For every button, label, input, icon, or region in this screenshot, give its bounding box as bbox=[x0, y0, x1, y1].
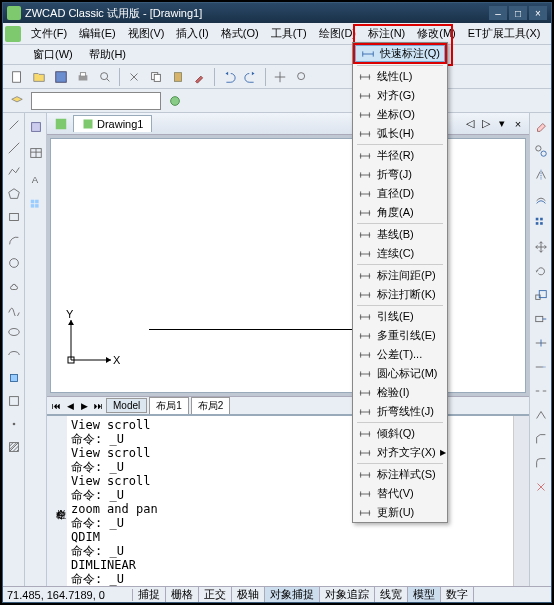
fillet-icon[interactable] bbox=[531, 453, 551, 473]
ellipse-icon[interactable] bbox=[4, 322, 24, 342]
zoom-button[interactable] bbox=[292, 67, 312, 87]
menu-edit[interactable]: 编辑(E) bbox=[73, 24, 122, 43]
offset-icon[interactable] bbox=[531, 189, 551, 209]
line-icon[interactable] bbox=[4, 115, 24, 135]
menu-item[interactable]: 坐标(O) bbox=[353, 105, 447, 124]
layout-first-icon[interactable]: ⏮ bbox=[49, 399, 63, 413]
table-icon[interactable] bbox=[26, 143, 46, 163]
digit-button[interactable]: 数字 bbox=[441, 587, 474, 602]
menu-item[interactable]: 圆心标记(M) bbox=[353, 364, 447, 383]
explode-icon[interactable] bbox=[531, 477, 551, 497]
pline-icon[interactable] bbox=[4, 161, 24, 181]
menu-item[interactable]: 引线(E) bbox=[353, 307, 447, 326]
insert-icon[interactable] bbox=[4, 368, 24, 388]
menu-modify[interactable]: 修改(M) bbox=[411, 24, 462, 43]
block-icon[interactable] bbox=[4, 391, 24, 411]
layout-tab-1[interactable]: 布局1 bbox=[149, 397, 189, 415]
maximize-button[interactable]: □ bbox=[509, 6, 527, 20]
tab-close-icon[interactable]: × bbox=[511, 117, 525, 131]
lwt-button[interactable]: 线宽 bbox=[375, 587, 408, 602]
save-button[interactable] bbox=[51, 67, 71, 87]
menu-item[interactable]: 替代(V) bbox=[353, 484, 447, 503]
menu-item[interactable]: 标注样式(S) bbox=[353, 465, 447, 484]
menu-dimension[interactable]: 标注(N) bbox=[362, 24, 411, 43]
drawing-tab[interactable]: Drawing1 bbox=[73, 115, 152, 132]
menu-insert[interactable]: 插入(I) bbox=[170, 24, 214, 43]
grid-icon[interactable] bbox=[26, 195, 46, 215]
menu-item[interactable]: 标注间距(P) bbox=[353, 266, 447, 285]
rect-icon[interactable] bbox=[4, 207, 24, 227]
break-icon[interactable] bbox=[531, 381, 551, 401]
undo-button[interactable] bbox=[219, 67, 239, 87]
tab-nav-right-icon[interactable]: ▷ bbox=[479, 117, 493, 131]
scale-icon[interactable] bbox=[531, 285, 551, 305]
menu-item[interactable]: 对齐文字(X)▶ bbox=[353, 443, 447, 462]
menu-window[interactable]: 窗口(W) bbox=[25, 45, 81, 64]
preview-button[interactable] bbox=[95, 67, 115, 87]
menu-draw[interactable]: 绘图(D) bbox=[313, 24, 362, 43]
osnap-button[interactable]: 对象捕捉 bbox=[265, 587, 320, 602]
paste-button[interactable] bbox=[168, 67, 188, 87]
menu-item[interactable]: 公差(T)... bbox=[353, 345, 447, 364]
command-scrollbar[interactable] bbox=[513, 416, 529, 586]
ortho-button[interactable]: 正交 bbox=[199, 587, 232, 602]
menu-item[interactable]: 标注打断(K) bbox=[353, 285, 447, 304]
cut-button[interactable] bbox=[124, 67, 144, 87]
drawing-canvas[interactable]: X Y bbox=[50, 138, 526, 393]
revcloud-icon[interactable] bbox=[4, 276, 24, 296]
otrack-button[interactable]: 对象追踪 bbox=[320, 587, 375, 602]
rotate-icon[interactable] bbox=[531, 261, 551, 281]
copy-mod-icon[interactable] bbox=[531, 141, 551, 161]
print-button[interactable] bbox=[73, 67, 93, 87]
menu-item[interactable]: 更新(U) bbox=[353, 503, 447, 522]
menu-quick-dim[interactable]: 快速标注(Q) bbox=[355, 45, 445, 62]
layer-prev-button[interactable] bbox=[165, 91, 185, 111]
menu-item[interactable]: 弧长(H) bbox=[353, 124, 447, 143]
chamfer-icon[interactable] bbox=[531, 429, 551, 449]
menu-item[interactable]: 半径(R) bbox=[353, 146, 447, 165]
menu-item[interactable]: 倾斜(Q) bbox=[353, 424, 447, 443]
pan-button[interactable] bbox=[270, 67, 290, 87]
menu-item[interactable]: 折弯(J) bbox=[353, 165, 447, 184]
redo-button[interactable] bbox=[241, 67, 261, 87]
match-button[interactable] bbox=[190, 67, 210, 87]
layout-tab-model[interactable]: Model bbox=[106, 398, 147, 413]
menu-item[interactable]: 连续(C) bbox=[353, 244, 447, 263]
mtext-icon[interactable]: A bbox=[26, 169, 46, 189]
menu-item[interactable]: 检验(I) bbox=[353, 383, 447, 402]
copy-button[interactable] bbox=[146, 67, 166, 87]
region-icon[interactable] bbox=[26, 117, 46, 137]
erase-icon[interactable] bbox=[531, 117, 551, 137]
xline-icon[interactable] bbox=[4, 138, 24, 158]
menu-format[interactable]: 格式(O) bbox=[215, 24, 265, 43]
point-icon[interactable] bbox=[4, 414, 24, 434]
menu-item[interactable]: 角度(A) bbox=[353, 203, 447, 222]
close-button[interactable]: × bbox=[529, 6, 547, 20]
trim-icon[interactable] bbox=[531, 333, 551, 353]
menu-item[interactable]: 对齐(G) bbox=[353, 86, 447, 105]
menu-item[interactable]: 直径(D) bbox=[353, 184, 447, 203]
layout-next-icon[interactable]: ▶ bbox=[77, 399, 91, 413]
grid-button[interactable]: 栅格 bbox=[166, 587, 199, 602]
array-icon[interactable] bbox=[531, 213, 551, 233]
stretch-icon[interactable] bbox=[531, 309, 551, 329]
extend-icon[interactable] bbox=[531, 357, 551, 377]
layer-button[interactable] bbox=[7, 91, 27, 111]
circle-icon[interactable] bbox=[4, 253, 24, 273]
join-icon[interactable] bbox=[531, 405, 551, 425]
menu-item[interactable]: 线性(L) bbox=[353, 67, 447, 86]
menu-help[interactable]: 帮助(H) bbox=[81, 45, 134, 64]
menu-item[interactable]: 多重引线(E) bbox=[353, 326, 447, 345]
arc-icon[interactable] bbox=[4, 230, 24, 250]
polar-button[interactable]: 极轴 bbox=[232, 587, 265, 602]
layout-last-icon[interactable]: ⏭ bbox=[91, 399, 105, 413]
ellipsearc-icon[interactable] bbox=[4, 345, 24, 365]
move-icon[interactable] bbox=[531, 237, 551, 257]
tab-nav-left-icon[interactable]: ◁ bbox=[463, 117, 477, 131]
layer-combo[interactable] bbox=[31, 92, 161, 110]
menu-et-tools[interactable]: ET扩展工具(X) bbox=[462, 24, 547, 43]
polygon-icon[interactable] bbox=[4, 184, 24, 204]
mirror-icon[interactable] bbox=[531, 165, 551, 185]
layout-prev-icon[interactable]: ◀ bbox=[63, 399, 77, 413]
hatch-icon[interactable] bbox=[4, 437, 24, 457]
